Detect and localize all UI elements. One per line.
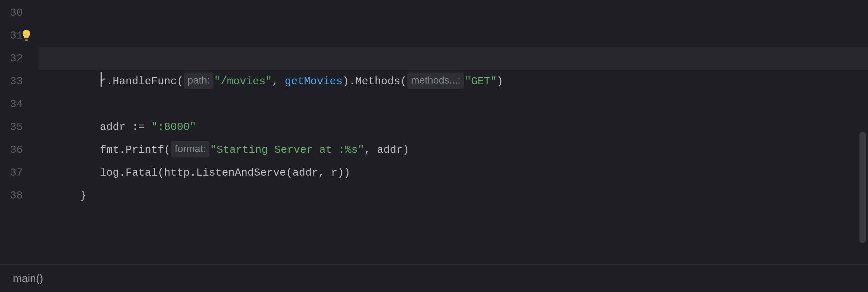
code-line[interactable]: [39, 1, 868, 24]
line-number: 36: [0, 139, 39, 161]
code-line[interactable]: r.HandleFunc(path:"/movies", getMovies).…: [39, 24, 868, 47]
vertical-scrollbar[interactable]: [859, 0, 867, 264]
code-line[interactable]: fmt.Printf(format:"Starting Server at :%…: [39, 116, 868, 139]
breadcrumb[interactable]: main(): [13, 272, 43, 285]
line-number: 38: [0, 184, 39, 207]
code-area[interactable]: r.HandleFunc(path:"/movies", getMovies).…: [39, 0, 868, 264]
code-line-active[interactable]: [39, 47, 868, 70]
line-number: 33: [0, 70, 39, 93]
line-number: 34: [0, 93, 39, 116]
line-number: 32: [0, 47, 39, 70]
code-line[interactable]: [39, 70, 868, 93]
code-line[interactable]: log.Fatal(http.ListenAndServe(addr, r)): [39, 139, 868, 161]
line-number: 35: [0, 116, 39, 139]
code-line[interactable]: addr := ":8000": [39, 93, 868, 116]
code-line[interactable]: }: [39, 161, 868, 184]
intention-bulb[interactable]: [19, 29, 34, 43]
line-number: 37: [0, 161, 39, 184]
line-number: 30: [0, 1, 39, 24]
code-line[interactable]: [39, 184, 868, 207]
breadcrumb-bar[interactable]: main(): [0, 264, 868, 292]
svg-rect-1: [25, 40, 28, 41]
svg-rect-0: [25, 39, 28, 40]
scrollbar-thumb[interactable]: [859, 132, 866, 243]
lightbulb-icon: [21, 29, 31, 42]
code-editor[interactable]: 30 31 32 33 34 35 36 37 38 r.HandleFunc(…: [0, 0, 868, 264]
